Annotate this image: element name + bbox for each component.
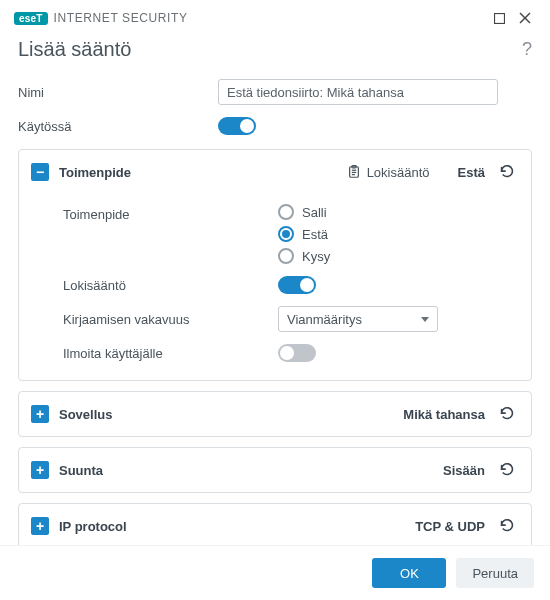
- panel-app-title: Sovellus: [59, 407, 112, 422]
- radio-deny[interactable]: Estä: [278, 226, 330, 242]
- action-summary-log: Lokisääntö: [347, 165, 430, 180]
- content-scroll[interactable]: Nimi Käytössä − Toimenpide Lokisääntö Es…: [0, 67, 550, 545]
- radio-allow-label: Salli: [302, 205, 327, 220]
- undo-icon: [498, 461, 516, 479]
- panel-action-header[interactable]: − Toimenpide Lokisääntö Estä: [19, 150, 531, 194]
- brand-name: INTERNET SECURITY: [54, 11, 188, 25]
- brand-badge: eseT: [14, 12, 48, 25]
- expand-icon: +: [31, 405, 49, 423]
- radio-icon: [278, 248, 294, 264]
- panel-protocol-value: TCP & UDP: [415, 519, 485, 534]
- action-sub-label: Toimenpide: [63, 204, 278, 222]
- action-summary-value: Estä: [458, 165, 485, 180]
- window-close-button[interactable]: [512, 8, 538, 28]
- reset-app-button[interactable]: [495, 402, 519, 426]
- name-label: Nimi: [18, 85, 218, 100]
- expand-icon: +: [31, 461, 49, 479]
- panel-action: − Toimenpide Lokisääntö Estä: [18, 149, 532, 381]
- notify-row: Ilmoita käyttäjälle: [63, 338, 519, 368]
- notify-label: Ilmoita käyttäjälle: [63, 346, 278, 361]
- radio-icon: [278, 226, 294, 242]
- panel-app: + Sovellus Mikä tahansa: [18, 391, 532, 437]
- name-row: Nimi: [18, 73, 540, 111]
- expand-icon: +: [31, 517, 49, 535]
- log-rule-toggle[interactable]: [278, 276, 316, 294]
- heading-row: Lisää sääntö ?: [0, 34, 550, 67]
- action-radio-row: Toimenpide Salli Estä Kysy: [63, 198, 519, 270]
- log-rule-row: Lokisääntö: [63, 270, 519, 300]
- reset-direction-button[interactable]: [495, 458, 519, 482]
- notify-toggle[interactable]: [278, 344, 316, 362]
- window-maximize-button[interactable]: [486, 8, 512, 28]
- panel-direction-header[interactable]: + Suunta Sisään: [19, 448, 531, 492]
- panel-direction: + Suunta Sisään: [18, 447, 532, 493]
- severity-label: Kirjaamisen vakavuus: [63, 312, 278, 327]
- clipboard-icon: [347, 165, 361, 179]
- enabled-label: Käytössä: [18, 119, 218, 134]
- radio-ask-label: Kysy: [302, 249, 330, 264]
- panel-app-header[interactable]: + Sovellus Mikä tahansa: [19, 392, 531, 436]
- undo-icon: [498, 163, 516, 181]
- collapse-icon: −: [31, 163, 49, 181]
- rule-name-input[interactable]: [218, 79, 498, 105]
- panel-action-title: Toimenpide: [59, 165, 131, 180]
- reset-protocol-button[interactable]: [495, 514, 519, 538]
- severity-select[interactable]: Vianmääritys: [278, 306, 438, 332]
- log-rule-label: Lokisääntö: [63, 278, 278, 293]
- panel-protocol-header[interactable]: + IP protocol TCP & UDP: [19, 504, 531, 545]
- radio-ask[interactable]: Kysy: [278, 248, 330, 264]
- page-title: Lisää sääntö: [18, 38, 131, 61]
- ok-button[interactable]: OK: [372, 558, 446, 588]
- undo-icon: [498, 517, 516, 535]
- panel-direction-title: Suunta: [59, 463, 103, 478]
- radio-deny-label: Estä: [302, 227, 328, 242]
- enabled-toggle[interactable]: [218, 117, 256, 135]
- undo-icon: [498, 405, 516, 423]
- help-icon[interactable]: ?: [522, 39, 532, 60]
- panel-action-body: Toimenpide Salli Estä Kysy: [19, 194, 531, 380]
- cancel-button[interactable]: Peruuta: [456, 558, 534, 588]
- severity-value: Vianmääritys: [287, 312, 362, 327]
- titlebar: eseT INTERNET SECURITY: [0, 0, 550, 34]
- panel-direction-value: Sisään: [443, 463, 485, 478]
- radio-allow[interactable]: Salli: [278, 204, 330, 220]
- panel-protocol: + IP protocol TCP & UDP: [18, 503, 532, 545]
- radio-icon: [278, 204, 294, 220]
- severity-row: Kirjaamisen vakavuus Vianmääritys: [63, 300, 519, 338]
- panel-app-value: Mikä tahansa: [403, 407, 485, 422]
- reset-action-button[interactable]: [495, 160, 519, 184]
- svg-rect-0: [494, 13, 504, 23]
- panel-protocol-title: IP protocol: [59, 519, 127, 534]
- enabled-row: Käytössä: [18, 111, 540, 141]
- footer: OK Peruuta: [0, 545, 550, 600]
